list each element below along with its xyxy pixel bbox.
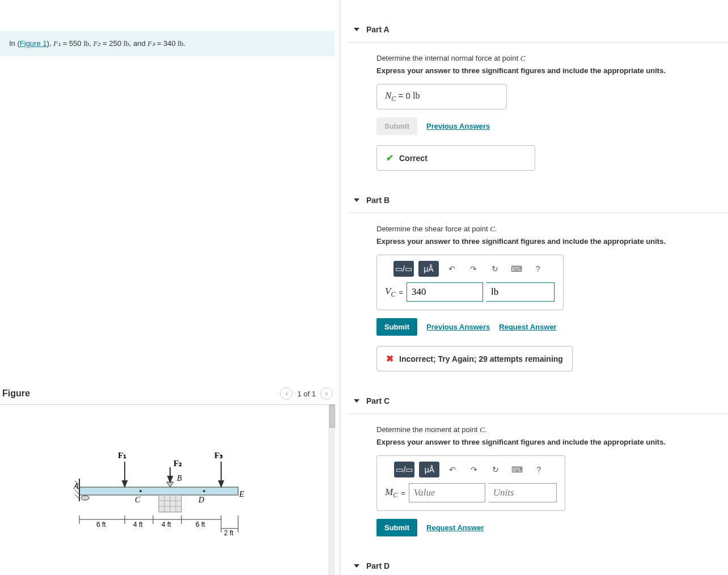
redo-button[interactable]: ↷ xyxy=(465,462,482,477)
special-chars-button[interactable]: μÅ xyxy=(419,462,439,477)
svg-rect-0 xyxy=(79,487,238,495)
part-d-title: Part D xyxy=(366,561,390,570)
keyboard-button[interactable]: ⌨ xyxy=(508,261,525,277)
var-f2: F₂ xyxy=(94,39,101,48)
help-button[interactable]: ? xyxy=(530,261,547,277)
svg-marker-17 xyxy=(168,476,172,482)
figure-link[interactable]: Figure 1 xyxy=(20,39,47,48)
part-a-answer-box: NC = 0 lb xyxy=(376,84,507,109)
left-pane: In (Figure 1), F₁ = 550 lb, F₂ = 250 lb,… xyxy=(0,0,340,575)
svg-point-21 xyxy=(203,490,205,492)
dim-1: 6 ft xyxy=(96,521,106,529)
part-c-unit-input[interactable] xyxy=(489,483,557,502)
caret-down-icon xyxy=(354,564,359,568)
label-f1: F₁ xyxy=(118,451,126,460)
unit-f1: lb xyxy=(83,39,89,48)
dim-2: 4 ft xyxy=(133,521,143,529)
part-b-request-answer-link[interactable]: Request Answer xyxy=(499,323,556,331)
redo-button[interactable]: ↷ xyxy=(465,261,482,277)
val-f1: = 550 xyxy=(61,39,83,48)
var-f3: F₃ xyxy=(147,39,155,48)
part-b-precision: Express your answer to three significant… xyxy=(376,237,722,246)
figure-title: Figure xyxy=(2,388,30,399)
figure-page-indicator: 1 of 1 xyxy=(297,390,316,398)
right-pane: Part A Determine the internal normal for… xyxy=(340,0,728,575)
figure-nav: ‹ 1 of 1 › xyxy=(280,387,333,400)
reset-button[interactable]: ↻ xyxy=(487,462,504,477)
unit-f3: lb xyxy=(177,39,183,48)
part-d-header[interactable]: Part D xyxy=(348,553,728,575)
svg-point-6 xyxy=(81,496,89,500)
part-b-submit-button[interactable]: Submit xyxy=(376,318,417,336)
part-b-previous-answers-link[interactable]: Previous Answers xyxy=(426,323,490,331)
svg-marker-15 xyxy=(122,481,127,487)
label-d: D xyxy=(198,496,204,504)
part-a-feedback-text: Correct xyxy=(399,154,428,163)
beam-diagram: F₁ F₂ F₃ A B C D E xyxy=(68,445,255,547)
undo-button[interactable]: ↶ xyxy=(443,261,460,277)
part-b-feedback-text: Incorrect; Try Again; 29 attempts remain… xyxy=(399,354,563,363)
part-c-body: Determine the moment at point C. Express… xyxy=(348,414,728,548)
part-b-title: Part B xyxy=(366,196,390,205)
part-b-toolbar: ▭/▭ μÅ ↶ ↷ ↻ ⌨ ? xyxy=(377,255,563,282)
part-a-body: Determine the internal normal force at p… xyxy=(348,43,728,182)
figure-canvas: F₁ F₂ F₃ A B C D E xyxy=(0,405,335,575)
dim-4: 6 ft xyxy=(196,521,205,529)
label-e: E xyxy=(239,490,244,498)
figure-prev-button[interactable]: ‹ xyxy=(280,387,293,400)
svg-line-4 xyxy=(75,490,79,494)
problem-text-prefix: In ( xyxy=(9,39,20,48)
part-c-value-input[interactable] xyxy=(409,483,485,502)
part-b-unit-input[interactable] xyxy=(486,282,555,302)
part-c-request-answer-link[interactable]: Request Answer xyxy=(426,523,484,532)
problem-text-middle: ), xyxy=(47,39,54,48)
part-a-previous-answers-link[interactable]: Previous Answers xyxy=(426,122,490,130)
svg-line-5 xyxy=(75,494,79,499)
val-f2: = 250 xyxy=(100,39,123,48)
part-a-header[interactable]: Part A xyxy=(348,17,728,43)
problem-statement: In (Figure 1), F₁ = 550 lb, F₂ = 250 lb,… xyxy=(0,31,335,56)
templates-button[interactable]: ▭/▭ xyxy=(394,462,414,477)
part-c-title: Part C xyxy=(366,396,390,405)
part-a-var: NC xyxy=(385,90,396,101)
part-c-instruction: Determine the moment at point C. xyxy=(376,425,722,434)
part-b-var: VC xyxy=(385,286,395,299)
keyboard-button[interactable]: ⌨ xyxy=(509,462,526,477)
part-c-var: MC xyxy=(385,487,397,500)
part-c-header[interactable]: Part C xyxy=(348,388,728,414)
reset-button[interactable]: ↻ xyxy=(486,261,503,277)
part-a-title: Part A xyxy=(366,25,390,34)
templates-button[interactable]: ▭/▭ xyxy=(393,261,414,277)
x-icon: ✖ xyxy=(386,353,393,364)
caret-down-icon xyxy=(354,28,359,31)
part-c-submit-button[interactable]: Submit xyxy=(376,519,417,536)
special-chars-button[interactable]: μÅ xyxy=(418,261,439,277)
figure-header: Figure ‹ 1 of 1 › xyxy=(0,383,335,405)
undo-button[interactable]: ↶ xyxy=(444,462,461,477)
svg-marker-19 xyxy=(219,481,223,487)
part-c-toolbar: ▭/▭ μÅ ↶ ↷ ↻ ⌨ ? xyxy=(377,456,565,483)
part-a-submit-button: Submit xyxy=(376,117,417,135)
figure-scrollbar[interactable] xyxy=(329,405,335,428)
var-f1: F₁ xyxy=(53,39,61,48)
help-button[interactable]: ? xyxy=(530,462,547,477)
part-b-value-input[interactable] xyxy=(407,282,483,302)
figure-next-button[interactable]: › xyxy=(320,387,333,400)
figure-section: Figure ‹ 1 of 1 › xyxy=(0,383,335,575)
part-b-body: Determine the shear force at point C. Ex… xyxy=(348,213,728,383)
label-a: A xyxy=(73,482,79,491)
svg-point-20 xyxy=(139,490,142,492)
part-c-precision: Express your answer to three significant… xyxy=(376,438,722,446)
part-b-input-box: ▭/▭ μÅ ↶ ↷ ↻ ⌨ ? VC = xyxy=(376,255,564,310)
part-a-value: 0 xyxy=(405,91,410,100)
label-c: C xyxy=(135,496,141,504)
part-b-feedback-incorrect: ✖ Incorrect; Try Again; 29 attempts rema… xyxy=(376,346,573,371)
part-a-instruction: Determine the internal normal force at p… xyxy=(376,54,722,63)
check-icon: ✔ xyxy=(386,153,393,163)
dim-3: 4 ft xyxy=(162,521,171,529)
part-b-header[interactable]: Part B xyxy=(348,188,728,213)
unit-f2: lb xyxy=(124,39,129,48)
dim-5: 2 ft xyxy=(224,529,234,537)
label-f3: F₃ xyxy=(214,451,223,460)
part-b-instruction: Determine the shear force at point C. xyxy=(376,225,722,234)
